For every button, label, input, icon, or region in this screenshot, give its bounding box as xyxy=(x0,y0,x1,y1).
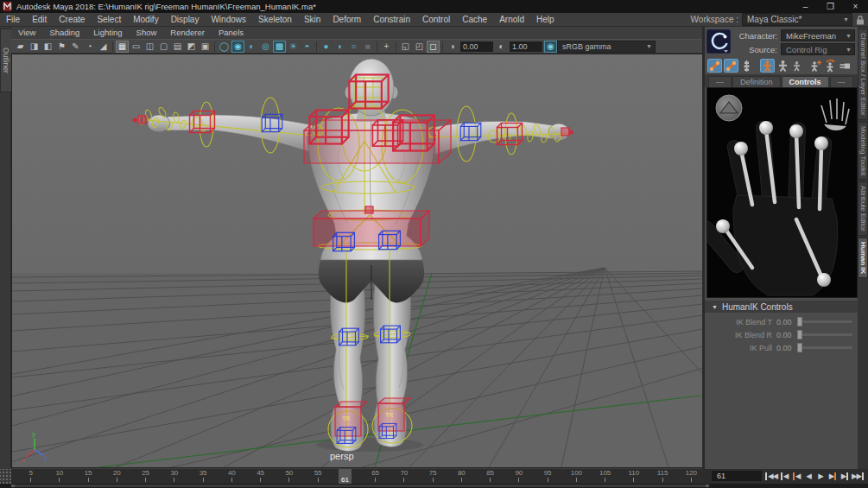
film-gate-icon[interactable]: ▭ xyxy=(130,41,143,53)
view-transform-dropdown[interactable]: sRGB gamma ▼ xyxy=(557,41,656,53)
humanik-controls-header[interactable]: ▼ HumanIK Controls xyxy=(705,301,858,313)
menubar-item[interactable]: Cache xyxy=(456,13,493,27)
source-dropdown[interactable]: Control Rig ▼ xyxy=(781,43,855,55)
panel-menu-item[interactable]: Lighting xyxy=(86,27,129,39)
go-to-end-button[interactable]: ▶▶ xyxy=(852,470,864,482)
select-camera-icon[interactable]: ▰ xyxy=(14,41,27,53)
panel-menu-item[interactable]: View xyxy=(11,27,42,39)
menubar-item[interactable]: Control xyxy=(416,13,456,27)
wireframe-icon[interactable]: ◯ xyxy=(218,41,231,53)
timeline-grip[interactable] xyxy=(0,469,11,484)
panel-menu-item[interactable]: Show xyxy=(130,27,164,39)
hik-tab-definition[interactable]: Definition xyxy=(732,76,781,87)
perspective-viewport[interactable]: TR TR xyxy=(11,54,704,468)
bookmark-icon[interactable]: ⚑ xyxy=(55,41,68,53)
set-body-part-key-icon[interactable] xyxy=(724,59,738,73)
restore-button[interactable]: ❐ xyxy=(818,0,843,13)
timeline-playhead[interactable]: 61 xyxy=(339,469,352,484)
curve-display-icon[interactable]: ○ xyxy=(347,41,360,53)
gate-mask-icon[interactable]: ▢ xyxy=(157,41,170,53)
slider-handle[interactable] xyxy=(797,317,802,326)
field-chart-icon[interactable]: ▤ xyxy=(171,41,184,53)
stance-pose-icon[interactable] xyxy=(824,59,837,73)
minimize-button[interactable]: – xyxy=(793,0,818,13)
menubar-item[interactable]: Deform xyxy=(326,13,367,27)
menubar-item[interactable]: Windows xyxy=(205,13,252,27)
hik-tab-end[interactable]: --- xyxy=(830,76,853,87)
safe-title-icon[interactable]: ▣ xyxy=(199,41,212,53)
pan-zoom-icon[interactable]: ◔ xyxy=(83,41,96,53)
full-body-mode-icon[interactable] xyxy=(760,59,775,73)
menubar-item[interactable]: Skin xyxy=(298,13,326,27)
contrast-icon[interactable]: ◐ xyxy=(495,41,508,53)
selection-highlight-icon[interactable]: + xyxy=(380,41,393,53)
xray-joints-icon[interactable]: ◰ xyxy=(413,41,426,53)
menubar-item[interactable]: Arnold xyxy=(493,13,530,27)
panel-menu-item[interactable]: Renderer xyxy=(163,27,212,39)
outliner-tab[interactable]: Outliner xyxy=(0,29,12,92)
play-backwards-button[interactable]: ◀ xyxy=(803,470,814,482)
safe-action-icon[interactable]: ◩ xyxy=(185,41,198,53)
side-tab-human-ik[interactable]: Human IK xyxy=(858,238,868,278)
step-forward-frame-button[interactable]: ▶ xyxy=(839,470,850,482)
xray-icon[interactable]: ◱ xyxy=(399,41,412,53)
panel-menu-item[interactable]: Shading xyxy=(42,27,86,39)
connector-icon[interactable] xyxy=(839,59,852,73)
menubar-item[interactable]: Modify xyxy=(127,13,164,27)
add-auxiliary-icon[interactable] xyxy=(809,59,822,73)
slider-track[interactable] xyxy=(797,333,852,336)
step-forward-key-button[interactable]: ▶ xyxy=(827,470,838,482)
side-tab-attribute-editor[interactable]: Attribute Editor xyxy=(858,181,868,236)
slider-handle[interactable] xyxy=(797,343,802,352)
resolution-gate-icon[interactable]: ◫ xyxy=(143,41,156,53)
lighting-icon[interactable]: ● xyxy=(320,41,333,53)
go-to-start-button[interactable]: ◀◀ xyxy=(765,470,777,482)
smooth-shade-icon[interactable]: ◉ xyxy=(231,41,244,53)
color-management-icon[interactable]: ◉ xyxy=(544,41,557,53)
grease-pencil-icon[interactable]: ◢ xyxy=(97,41,110,53)
step-back-key-button[interactable]: ◀ xyxy=(791,470,801,482)
motion-blur-icon[interactable]: ◓ xyxy=(301,41,314,53)
skeleton-icon[interactable] xyxy=(740,59,753,73)
slider-handle[interactable] xyxy=(797,330,802,339)
slider-value[interactable]: 0.00 xyxy=(776,344,797,352)
close-button[interactable]: × xyxy=(843,0,868,13)
isolate-select-icon[interactable]: ◻ xyxy=(427,41,440,53)
menubar-item[interactable]: Create xyxy=(53,13,91,27)
menubar-item[interactable]: File xyxy=(0,13,26,27)
workspace-dropdown[interactable]: Maya Classic* ▼ xyxy=(742,13,852,26)
slider-value[interactable]: 0.00 xyxy=(776,318,797,326)
side-tab-channel-box[interactable]: Channel Box / Layer Editor xyxy=(858,29,868,120)
selection-mode-icon[interactable] xyxy=(791,59,802,73)
default-material-icon[interactable]: ■ xyxy=(361,41,374,53)
lock-camera-icon[interactable]: ◨ xyxy=(28,41,41,53)
grid-icon[interactable]: ▦ xyxy=(116,41,129,53)
menubar-item[interactable]: Skeleton xyxy=(252,13,298,27)
timeline-ruler[interactable]: 5 10 15 20 25 xyxy=(11,469,711,484)
exposure-icon[interactable]: ◑ xyxy=(446,41,459,53)
menubar-item[interactable]: Select xyxy=(91,13,127,27)
body-part-mode-icon[interactable] xyxy=(776,59,789,73)
step-back-frame-button[interactable]: ◀ xyxy=(779,470,789,482)
current-frame-field[interactable]: 61 xyxy=(712,471,762,481)
range-slider[interactable] xyxy=(0,484,868,488)
image-plane-icon[interactable]: ✎ xyxy=(69,41,82,53)
controls-character-view[interactable] xyxy=(706,87,858,298)
panel-menu-item[interactable]: Panels xyxy=(212,27,250,39)
slider-track[interactable] xyxy=(797,346,852,349)
menubar-item[interactable]: Help xyxy=(530,13,561,27)
menubar-item[interactable]: Display xyxy=(165,13,206,27)
play-forwards-button[interactable]: ▶ xyxy=(815,470,826,482)
camera-attributes-icon[interactable]: ◧ xyxy=(41,41,54,53)
set-full-body-key-icon[interactable] xyxy=(707,59,722,73)
character-dropdown[interactable]: MikeFreeman ▼ xyxy=(781,29,855,41)
hik-tab-start[interactable]: --- xyxy=(708,76,732,87)
slider-track[interactable] xyxy=(797,320,852,323)
use-all-lights-icon[interactable]: ◎ xyxy=(259,41,272,53)
gamma-field[interactable]: 1.00 xyxy=(510,41,542,52)
shadow-ball-icon[interactable]: ◗ xyxy=(333,41,346,53)
shadows-icon[interactable]: ▩ xyxy=(273,41,286,53)
side-tab-modeling-toolkit[interactable]: Modeling Toolkit xyxy=(858,122,868,180)
hik-tab-controls[interactable]: Controls xyxy=(782,76,829,87)
exposure-field[interactable]: 0.00 xyxy=(460,41,493,52)
